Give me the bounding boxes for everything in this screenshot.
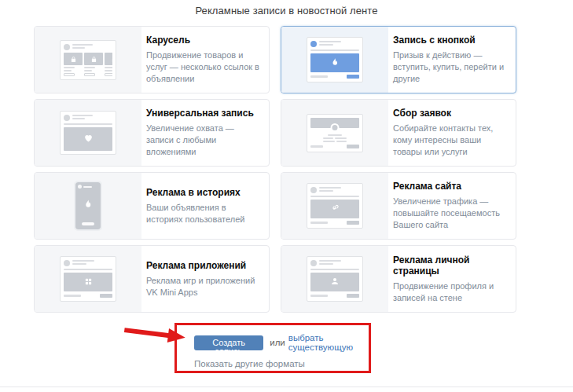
site-ad-preview	[307, 183, 363, 229]
carousel-preview	[60, 40, 116, 80]
mock-line	[310, 145, 323, 148]
mock-text-lines	[319, 41, 341, 47]
card-title: Реклама сайта	[393, 181, 509, 192]
link-icon	[330, 202, 340, 216]
mock-line	[328, 134, 342, 136]
carousel-tile	[64, 53, 83, 76]
bottom-divider	[0, 387, 573, 387]
mock-text-lines	[310, 137, 359, 139]
avatar-placeholder	[64, 44, 70, 50]
universal-post-preview	[60, 111, 116, 155]
format-card-lead-form[interactable]: Сбор заявок Собирайте контакты тех, кому…	[281, 99, 516, 167]
mock-text-lines	[72, 115, 93, 121]
heart-icon	[83, 132, 94, 146]
card-title: Реклама в историях	[146, 187, 263, 198]
mock-post-footer	[64, 294, 112, 298]
mock-image-block	[310, 273, 359, 291]
mock-post-footer	[310, 221, 359, 225]
card-description: Собирайте контакты тех, кому интересны в…	[393, 123, 509, 158]
mock-image-block	[310, 200, 359, 218]
mock-line	[310, 295, 328, 297]
mock-text-lines	[72, 44, 93, 50]
carousel-tile	[105, 53, 112, 76]
card-description: Призыв к действию — вступить, купить, пе…	[393, 49, 509, 85]
format-card-carousel[interactable]: Карусель Продвижение товаров и услуг — н…	[34, 26, 270, 93]
avatar-placeholder	[310, 187, 317, 193]
app-ad-thumbnail	[35, 246, 141, 312]
story-preview	[75, 182, 101, 229]
avatar-placeholder	[310, 260, 317, 266]
create-post-button[interactable]: Создать запись	[194, 335, 263, 350]
mock-line	[64, 123, 112, 125]
mock-button	[100, 294, 112, 298]
avatar-placeholder	[310, 41, 317, 47]
mock-post-footer	[310, 145, 359, 148]
mock-line	[310, 222, 328, 224]
personal-page-ad-thumbnail	[281, 246, 388, 312]
avatar-placeholder	[331, 123, 340, 132]
format-card-post-with-button[interactable]: Запись с кнопкой Призыв к действию — вст…	[281, 26, 516, 93]
mock-post-footer	[310, 75, 359, 79]
card-title: Реклама приложений	[146, 260, 263, 271]
card-description: Продвижение профиля и записей на стене	[393, 280, 509, 304]
card-title: Реклама личной страницы	[393, 255, 509, 277]
person-icon	[330, 275, 340, 289]
personal-page-ad-preview	[307, 256, 363, 302]
mock-line	[64, 295, 81, 297]
format-card-stories-ad[interactable]: Реклама в историях Ваши объявления в ист…	[34, 172, 270, 240]
lead-form-preview	[307, 114, 363, 152]
ad-format-grid: Карусель Продвижение товаров и услуг — н…	[34, 26, 516, 313]
lock-icon	[70, 53, 77, 66]
site-ad-thumbnail	[281, 173, 388, 239]
mock-line	[83, 186, 92, 188]
mock-text-lines	[319, 187, 341, 193]
avatar-placeholder	[64, 260, 70, 266]
mock-post-header	[310, 41, 359, 47]
mock-story-header	[78, 185, 98, 189]
format-card-app-ad[interactable]: Реклама приложений Реклама игр и приложе…	[34, 245, 270, 313]
mock-button	[347, 221, 359, 225]
show-other-formats-link[interactable]: Показать другие форматы	[194, 359, 369, 368]
grid-icon	[84, 275, 93, 289]
mock-text-lines	[72, 260, 94, 266]
mock-line	[310, 269, 359, 270]
card-description: Реклама игр и приложений VK Mini Apps	[146, 275, 263, 299]
carousel-tiles	[64, 53, 112, 76]
create-post-row: Создать запись или выбрать существующую	[194, 333, 369, 352]
mock-line	[310, 196, 359, 197]
mock-cover-bar	[310, 118, 359, 128]
mock-button	[347, 75, 359, 79]
carousel-tile	[84, 53, 103, 76]
carousel-thumbnail	[35, 27, 141, 93]
avatar-placeholder	[78, 185, 82, 189]
mock-image-block	[64, 273, 112, 291]
mock-button	[347, 294, 359, 298]
mock-button	[347, 145, 359, 148]
format-card-personal-page-ad[interactable]: Реклама личной страницы Продвижение проф…	[281, 245, 516, 313]
annotation-arrow	[124, 324, 190, 346]
mock-text-lines	[319, 260, 341, 266]
app-ad-preview	[60, 256, 116, 302]
format-card-universal-post[interactable]: Универсальная запись Увеличение охвата —…	[34, 99, 270, 167]
post-with-button-preview	[307, 37, 363, 82]
mock-post-header	[64, 44, 112, 50]
page-title: Рекламные записи в новостной ленте	[0, 0, 573, 16]
mock-post-header	[64, 115, 112, 121]
mock-button	[82, 222, 94, 225]
lead-form-thumbnail	[281, 100, 388, 166]
mock-post-header	[64, 260, 112, 266]
avatar-placeholder	[64, 115, 70, 121]
choose-existing-link[interactable]: выбрать существующую	[288, 333, 369, 352]
card-description: Ваши объявления в историях пользователей	[146, 202, 263, 225]
lock-icon	[90, 53, 97, 66]
mock-line	[310, 75, 328, 78]
flame-icon	[83, 198, 94, 212]
flame-icon	[330, 56, 340, 70]
card-title: Запись с кнопкой	[393, 35, 509, 46]
universal-post-thumbnail	[35, 100, 141, 166]
mock-image-block	[64, 127, 112, 151]
post-with-button-thumbnail	[281, 27, 388, 93]
mock-post-header	[310, 187, 359, 193]
mock-line	[64, 269, 112, 270]
format-card-site-ad[interactable]: Реклама сайта Увеличение трафика — повыш…	[281, 172, 516, 240]
